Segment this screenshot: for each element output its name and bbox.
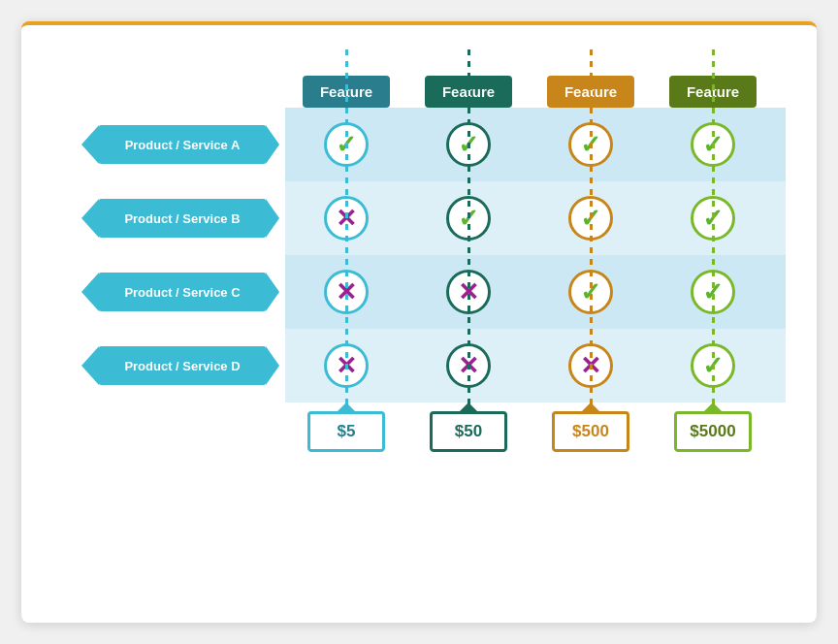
price-cell-4: $5000	[660, 402, 766, 452]
check-icon-r1-c3	[580, 130, 601, 160]
col-header-4: Feature	[660, 76, 766, 108]
row-arrow-2	[81, 199, 99, 238]
icon-circle-r1-c1	[324, 122, 369, 167]
check-icon-r1-c2	[458, 130, 479, 160]
icon-circle-r4-c3	[568, 343, 613, 388]
cell-r4-c1	[293, 329, 400, 402]
row-cells-2	[285, 181, 786, 255]
icon-circle-r3-c4	[691, 270, 735, 314]
row-label-text-2: Product / Service B	[124, 211, 240, 226]
icon-circle-r1-c4	[691, 122, 735, 167]
col-header-1: Feature	[293, 76, 400, 108]
cross-icon-r4-c2	[458, 351, 479, 381]
cross-icon-r4-c3	[580, 351, 601, 381]
check-icon-r1-c4	[702, 130, 724, 160]
icon-circle-r2-c1	[324, 196, 369, 241]
icon-circle-r2-c4	[691, 196, 735, 241]
icon-circle-r4-c2	[446, 343, 491, 388]
row-label-area-3: Product / Service C	[52, 255, 285, 329]
row-arrow-1	[81, 125, 99, 164]
check-icon-r2-c4	[702, 204, 724, 234]
data-rows: Product / Service A Product / Service B …	[52, 108, 786, 402]
row-notch-4	[266, 346, 279, 385]
row-label-box-1: Product / Service A	[99, 125, 266, 164]
col-header-box-1: Feature	[303, 76, 390, 108]
cell-r4-c2	[415, 329, 522, 402]
row-arrow-3	[81, 273, 99, 311]
row-notch-1	[266, 125, 279, 164]
icon-circle-r2-c3	[568, 196, 613, 241]
row-cells-3	[285, 255, 786, 329]
icon-circle-r3-c2	[446, 270, 491, 314]
row-label-box-2: Product / Service B	[99, 199, 266, 238]
cross-icon-r2-c1	[336, 204, 357, 234]
price-box-1: $5	[307, 411, 385, 452]
row-label-area-4: Product / Service D	[52, 329, 285, 402]
check-icon-r1-c1	[336, 130, 357, 160]
row-notch-3	[266, 273, 279, 311]
cell-r3-c3	[537, 255, 644, 329]
row-arrow-4	[81, 346, 99, 385]
cell-r2-c1	[293, 181, 400, 255]
cell-r4-c4	[660, 329, 766, 402]
row-notch-2	[266, 199, 279, 238]
col-header-box-4: Feature	[669, 76, 757, 108]
row-label-area-2: Product / Service B	[52, 181, 285, 255]
icon-circle-r1-c2	[446, 122, 491, 167]
cell-r1-c3	[537, 108, 644, 181]
row-label-box-3: Product / Service C	[99, 273, 266, 311]
row-label-text-3: Product / Service C	[124, 285, 240, 300]
cell-r1-c2	[415, 108, 522, 181]
cell-r2-c2	[415, 181, 522, 255]
col-header-2: Feature	[415, 76, 522, 108]
col-header-box-2: Feature	[425, 76, 512, 108]
cell-r2-c4	[660, 181, 766, 255]
col-header-3: Feature	[537, 76, 644, 108]
price-cell-3: $500	[537, 402, 644, 452]
data-row-3: Product / Service C	[52, 255, 786, 329]
cross-icon-r3-c1	[336, 277, 357, 307]
data-row-4: Product / Service D	[52, 329, 786, 402]
icon-circle-r3-c3	[568, 270, 613, 314]
check-icon-r2-c3	[580, 204, 601, 234]
cell-r4-c3	[537, 329, 644, 402]
cell-r1-c4	[660, 108, 766, 181]
comparison-matrix: FeatureFeatureFeatureFeature Product / S…	[52, 76, 786, 452]
row-label-text-4: Product / Service D	[124, 359, 240, 373]
check-icon-r2-c2	[458, 204, 479, 234]
header-row: FeatureFeatureFeatureFeature	[52, 76, 786, 108]
cell-r2-c3	[537, 181, 644, 255]
cell-r1-c1	[293, 108, 400, 181]
price-box-4: $5000	[674, 411, 752, 452]
price-row: $5 $50 $500 $5000	[52, 402, 786, 452]
row-label-text-1: Product / Service A	[125, 138, 241, 152]
price-box-3: $500	[552, 411, 629, 452]
cross-icon-r4-c1	[336, 351, 357, 381]
row-cells-4	[285, 329, 786, 402]
row-cells-1	[285, 108, 786, 181]
row-label-box-4: Product / Service D	[99, 346, 266, 385]
cell-r3-c2	[415, 255, 522, 329]
cell-r3-c4	[660, 255, 766, 329]
icon-circle-r4-c1	[324, 343, 369, 388]
col-header-box-3: Feature	[547, 76, 634, 108]
check-icon-r3-c4	[702, 277, 724, 307]
data-row-1: Product / Service A	[52, 108, 786, 181]
icon-circle-r3-c1	[324, 270, 369, 314]
cross-icon-r3-c2	[458, 277, 479, 307]
check-icon-r3-c3	[580, 277, 601, 307]
icon-circle-r1-c3	[568, 122, 613, 167]
card: FeatureFeatureFeatureFeature Product / S…	[21, 21, 817, 623]
icon-circle-r4-c4	[691, 343, 735, 388]
check-icon-r4-c4	[702, 351, 724, 381]
data-row-2: Product / Service B	[52, 181, 786, 255]
icon-circle-r2-c2	[446, 196, 491, 241]
price-cell-1: $5	[293, 402, 400, 452]
cell-r3-c1	[293, 255, 400, 329]
price-box-2: $50	[430, 411, 507, 452]
row-label-area-1: Product / Service A	[52, 108, 285, 181]
price-cell-2: $50	[415, 402, 522, 452]
